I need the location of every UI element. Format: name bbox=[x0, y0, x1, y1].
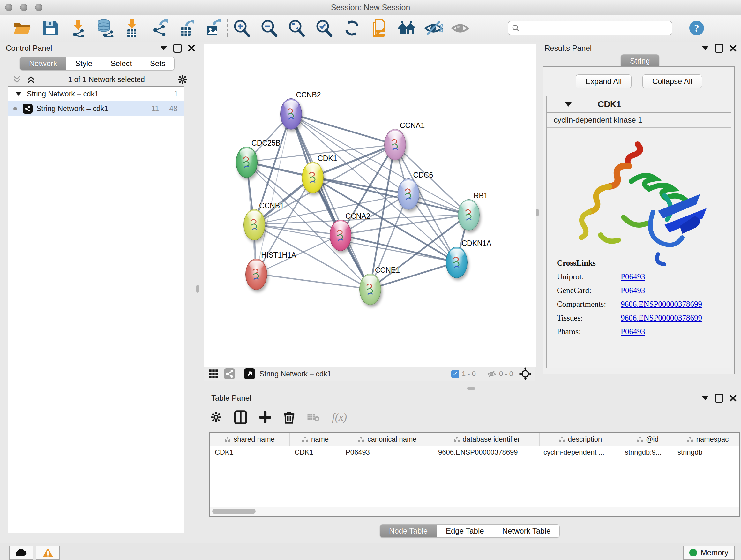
crosslink-link[interactable]: 9606.ENSP00000378699 bbox=[621, 314, 702, 322]
cloud-button[interactable] bbox=[9, 546, 33, 560]
edge-ccna2-cdkn1a[interactable] bbox=[340, 235, 456, 262]
table-row[interactable]: CDK1CDK1P064939606.ENSP00000378699cyclin… bbox=[210, 446, 739, 459]
node-rb1[interactable] bbox=[458, 199, 480, 231]
table-panel-close-icon[interactable] bbox=[730, 395, 737, 401]
search-input[interactable] bbox=[520, 23, 669, 33]
memory-label: Memory bbox=[701, 548, 729, 557]
edge-ccnb2-ccna1[interactable] bbox=[291, 114, 395, 144]
network-view-title: String Network – cdk1 bbox=[259, 370, 331, 378]
tab-network-table[interactable]: Network Table bbox=[493, 524, 560, 537]
table-options-gear-icon[interactable] bbox=[210, 411, 222, 423]
network-share-icon[interactable] bbox=[224, 368, 235, 379]
tab-network[interactable]: Network bbox=[20, 57, 66, 70]
crosslink-link[interactable]: P06493 bbox=[621, 327, 645, 336]
expand-all-networks-icon[interactable] bbox=[26, 75, 36, 84]
results-panel-menu-icon[interactable] bbox=[702, 46, 709, 51]
protein-collapse-icon[interactable] bbox=[565, 103, 571, 107]
node-ccnb1[interactable] bbox=[244, 209, 265, 240]
zoom-out-icon[interactable] bbox=[260, 19, 278, 37]
column-header-canonical-name[interactable]: canonical name bbox=[341, 433, 434, 446]
network-canvas[interactable]: CCNB2CCNA1CDC25BCDK1CDC6RB1CCNB1CCNA2CDK… bbox=[204, 44, 536, 367]
import-network-database-icon[interactable] bbox=[96, 19, 114, 37]
tab-edge-table[interactable]: Edge Table bbox=[437, 524, 493, 537]
column-header-@id[interactable]: @id bbox=[621, 433, 674, 446]
control-panel-menu-icon[interactable] bbox=[160, 46, 167, 51]
zoom-selected-icon[interactable] bbox=[315, 19, 333, 37]
refresh-icon[interactable] bbox=[343, 19, 361, 37]
scrollbar-thumb[interactable] bbox=[212, 509, 256, 514]
import-network-file-icon[interactable] bbox=[69, 19, 87, 37]
table-panel-menu-icon[interactable] bbox=[702, 396, 709, 400]
control-panel-float-icon[interactable] bbox=[173, 44, 182, 53]
table-panel-tabs: Node TableEdge TableNetwork Table bbox=[380, 524, 560, 538]
birds-eye-view-icon[interactable] bbox=[244, 368, 255, 379]
edge-cdk1-rb1[interactable] bbox=[313, 177, 468, 214]
table-horizontal-scrollbar[interactable] bbox=[210, 507, 739, 516]
edge-ccnb1-ccna2[interactable] bbox=[254, 225, 340, 235]
protein-section-header[interactable]: CDK1 bbox=[547, 97, 731, 113]
table-panel-float-icon[interactable] bbox=[715, 394, 723, 402]
column-header-shared-name[interactable]: shared name bbox=[210, 433, 290, 446]
show-grid-icon[interactable] bbox=[209, 369, 218, 379]
selected-checkbox-icon[interactable]: ✓ bbox=[451, 370, 459, 378]
export-image-icon[interactable] bbox=[204, 19, 223, 37]
zoom-in-icon[interactable] bbox=[232, 19, 251, 37]
node-hist1h1a[interactable] bbox=[246, 259, 267, 290]
network-list: String Network – cdk1 1 String Network –… bbox=[8, 86, 184, 533]
collection-collapse-icon[interactable] bbox=[16, 92, 21, 96]
delete-column-icon[interactable] bbox=[283, 411, 295, 424]
results-panel-float-icon[interactable] bbox=[715, 44, 723, 53]
node-cdc25b[interactable] bbox=[236, 146, 258, 178]
memory-button[interactable]: Memory bbox=[683, 546, 735, 560]
clone-network-icon[interactable] bbox=[371, 19, 389, 37]
node-cdc6[interactable] bbox=[398, 179, 419, 210]
node-ccna1[interactable] bbox=[384, 129, 406, 160]
hide-selected-icon[interactable] bbox=[424, 19, 443, 37]
column-header-database-identifier[interactable]: database identifier bbox=[434, 433, 540, 446]
left-splitter-handle[interactable] bbox=[196, 285, 199, 293]
help-icon[interactable]: ? bbox=[687, 19, 706, 37]
export-table-icon[interactable] bbox=[178, 19, 196, 37]
pan-crosshair-icon[interactable] bbox=[519, 368, 532, 380]
edge-ccnb2-hist1h1a[interactable] bbox=[256, 114, 291, 273]
expand-all-button[interactable]: Expand All bbox=[576, 74, 631, 88]
column-header-description[interactable]: description bbox=[540, 433, 621, 446]
import-table-icon[interactable] bbox=[123, 19, 141, 37]
save-session-icon[interactable] bbox=[41, 19, 59, 37]
column-header-namespac[interactable]: namespac bbox=[674, 433, 741, 446]
tab-node-table[interactable]: Node Table bbox=[380, 524, 437, 537]
search-field[interactable] bbox=[508, 21, 672, 35]
control-panel-close-icon[interactable] bbox=[188, 45, 195, 52]
collapse-all-networks-icon[interactable] bbox=[12, 75, 22, 84]
results-panel-close-icon[interactable] bbox=[730, 45, 737, 52]
network-options-gear-icon[interactable] bbox=[177, 74, 188, 85]
crosslink-link[interactable]: P06493 bbox=[621, 286, 645, 295]
status-bar: Memory bbox=[0, 543, 741, 560]
network-collection-row[interactable]: String Network – cdk1 1 bbox=[8, 86, 184, 101]
tab-style[interactable]: Style bbox=[66, 57, 102, 70]
warning-button[interactable] bbox=[36, 546, 60, 560]
first-neighbors-icon[interactable] bbox=[398, 19, 416, 37]
node-cdk1[interactable] bbox=[302, 162, 324, 193]
show-all-icon[interactable] bbox=[451, 19, 470, 37]
right-splitter-handle[interactable] bbox=[536, 209, 539, 216]
edge-hist1h1a-ccne1[interactable] bbox=[256, 274, 370, 289]
tab-select[interactable]: Select bbox=[102, 57, 141, 70]
show-columns-icon[interactable] bbox=[234, 410, 247, 424]
results-tab-string[interactable]: String bbox=[621, 55, 659, 67]
collapse-all-button[interactable]: Collapse All bbox=[643, 74, 702, 88]
bottom-splitter-handle[interactable] bbox=[467, 387, 475, 390]
column-header-name[interactable]: name bbox=[290, 433, 341, 446]
edge-ccnb2-ccne1[interactable] bbox=[291, 114, 370, 289]
open-session-icon[interactable] bbox=[13, 19, 31, 37]
tab-sets[interactable]: Sets bbox=[141, 57, 174, 70]
create-column-icon[interactable] bbox=[259, 411, 271, 423]
zoom-fit-icon[interactable] bbox=[287, 19, 306, 37]
network-row[interactable]: String Network – cdk1 11 48 bbox=[8, 101, 184, 116]
crosslink-link[interactable]: 9606.ENSP00000378699 bbox=[621, 300, 702, 309]
export-network-icon[interactable] bbox=[151, 19, 169, 37]
node-ccna2[interactable] bbox=[330, 220, 351, 251]
crosslink-link[interactable]: P06493 bbox=[621, 272, 645, 281]
column-type-icon bbox=[358, 436, 364, 442]
node-ccne1[interactable] bbox=[359, 273, 381, 305]
